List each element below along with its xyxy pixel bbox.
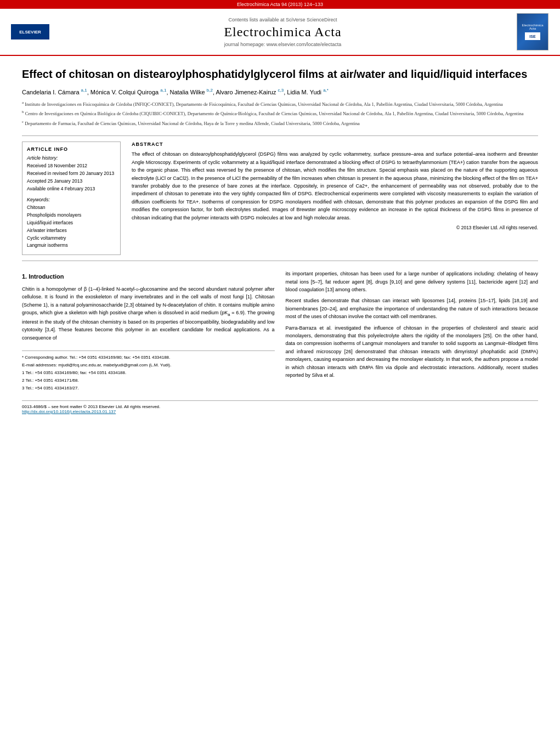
author-camara: Candelaria I. Cámara a,1 xyxy=(22,89,87,95)
available-date: Available online 4 February 2013 xyxy=(27,186,116,193)
footnote-email: E-mail addresses: mjudi@fcq.unc.edu.ar, … xyxy=(22,362,275,369)
doi-line: http://dx.doi.org/10.1016/j.electacta.20… xyxy=(22,409,538,414)
keyword-1: Chitosan xyxy=(27,205,116,211)
footnote-1: 1 Tel.: +54 0351 4334169/80; fax: +54 03… xyxy=(22,370,275,376)
issn-line: 0013-4686/$ – see front matter © 2013 El… xyxy=(22,404,538,409)
keyword-4: Air/water interfaces xyxy=(27,228,116,234)
ise-badge: ISE xyxy=(525,32,540,40)
journal-cover-image: ElectrochimicaActa ISE xyxy=(517,13,548,50)
affiliation-c: c Departamento de Farmacia, Facultad de … xyxy=(22,119,538,127)
article-info-abstract-row: ARTICLE INFO Article history: Received 1… xyxy=(22,142,538,255)
article-info-title: ARTICLE INFO xyxy=(27,146,116,152)
author-jimenez: Alvaro Jimenez-Kairuz c,3 xyxy=(216,89,284,95)
intro-heading: 1. Introduction xyxy=(22,272,275,282)
publisher-logo-area: ELSEVIER xyxy=(8,24,52,39)
journal-citation: Electrochimica Acta 94 (2013) 124–133 xyxy=(237,2,323,7)
affiliation-a: a Instituto de Investigaciones en Fisico… xyxy=(22,100,538,108)
revised-date: Received in revised form 20 January 2013 xyxy=(27,171,116,177)
body-col-left: 1. Introduction Chitin is a homopolymer … xyxy=(22,270,275,393)
copyright: © 2013 Elsevier Ltd. All rights reserved… xyxy=(132,225,538,230)
article-history-label: Article history: xyxy=(27,155,116,161)
doi-link[interactable]: http://dx.doi.org/10.1016/j.electacta.20… xyxy=(22,409,116,414)
keyword-6: Langmuir isotherms xyxy=(27,242,116,249)
author-yudi: Lidia M. Yudi a,* xyxy=(287,89,329,95)
intro-para-right-3: Parra-Barraza et al. investigated the in… xyxy=(286,324,539,380)
keywords-label: Keywords: xyxy=(27,197,116,202)
article-content: Effect of chitosan on distearoylphosphat… xyxy=(0,56,560,425)
footnotes: * Corresponding author. Tel.: +54 0351 4… xyxy=(22,350,275,392)
authors-line: Candelaria I. Cámara a,1, Mónica V. Colq… xyxy=(22,88,538,95)
article-title: Effect of chitosan on distearoylphosphat… xyxy=(22,67,538,81)
author-wilke: Natalia Wilke b,2 xyxy=(170,89,213,95)
keyword-3: Liquid/liquid interfaces xyxy=(27,220,116,227)
divider-1 xyxy=(22,135,538,136)
footnote-2: 2 Tel.: +54 0351 4334171/68. xyxy=(22,377,275,384)
abstract-column: ABSTRACT The effect of chitosan on diste… xyxy=(132,142,538,255)
journal-title-area: Contents lists available at SciVerse Sci… xyxy=(58,17,508,47)
bottom-bar: 0013-4686/$ – see front matter © 2013 El… xyxy=(22,400,538,414)
intro-para-right-1: its important properties, chitosan has b… xyxy=(286,270,539,293)
intro-para-right-2: Recent studies demonstrate that chitosan… xyxy=(286,297,539,320)
received-date: Received 18 November 2012 xyxy=(27,163,116,169)
article-info-column: ARTICLE INFO Article history: Received 1… xyxy=(22,142,121,255)
intro-para-1: Chitin is a homopolymer of β (1–4)-linke… xyxy=(22,285,275,342)
journal-title: Electrochimica Acta xyxy=(58,25,508,39)
keyword-2: Phospholipids monolayers xyxy=(27,212,116,219)
elsevier-logo: ELSEVIER xyxy=(11,24,49,39)
author-colqui: Mónica V. Colqui Quiroga a,1 xyxy=(90,89,167,95)
keyword-5: Cyclic voltammetry xyxy=(27,235,116,242)
body-col-right: its important properties, chitosan has b… xyxy=(286,270,539,393)
journal-header: ELSEVIER Contents lists available at Sci… xyxy=(0,9,560,56)
divider-2 xyxy=(22,261,538,261)
abstract-text: The effect of chitosan on distearoylphos… xyxy=(132,150,538,222)
body-columns: 1. Introduction Chitin is a homopolymer … xyxy=(22,270,538,393)
contents-list-text: Contents lists available at SciVerse Sci… xyxy=(58,17,508,22)
abstract-title: ABSTRACT xyxy=(132,142,538,147)
footnote-star: * Corresponding author. Tel.: +54 0351 4… xyxy=(22,354,275,361)
accepted-date: Accepted 25 January 2013 xyxy=(27,178,116,185)
footnote-3: 3 Tel.: +54 0351 4334163/27. xyxy=(22,385,275,392)
journal-homepage: journal homepage: www.elsevier.com/locat… xyxy=(58,42,508,47)
journal-cover-thumb: ElectrochimicaActa ISE xyxy=(513,13,552,50)
affiliations: a Instituto de Investigaciones en Fisico… xyxy=(22,100,538,127)
affiliation-b: b Centro de Investigaciones en Química B… xyxy=(22,109,538,117)
article-info-box: ARTICLE INFO Article history: Received 1… xyxy=(22,142,121,255)
journal-citation-bar: Electrochimica Acta 94 (2013) 124–133 xyxy=(0,0,560,9)
